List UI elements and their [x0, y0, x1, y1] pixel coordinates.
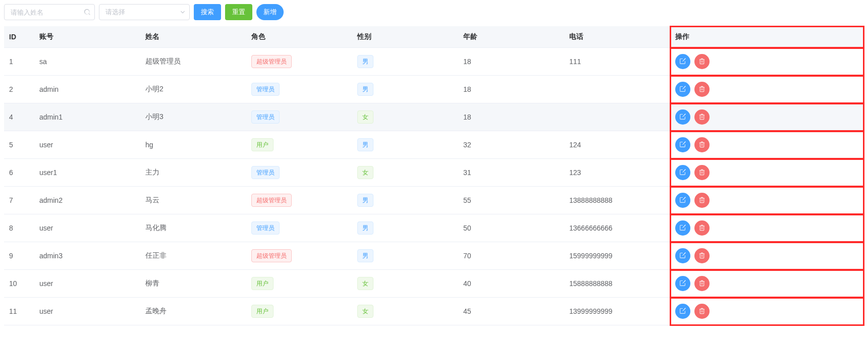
search-button[interactable]: 搜索	[194, 4, 221, 20]
cell-op	[670, 270, 864, 298]
name-input[interactable]	[4, 4, 95, 20]
cell-sex: 男	[352, 242, 458, 270]
cell-sex: 女	[352, 298, 458, 325]
cell-account: user1	[34, 159, 140, 187]
delete-button[interactable]	[694, 109, 710, 125]
role-tag: 超级管理员	[251, 194, 292, 207]
edit-icon	[679, 168, 686, 177]
cell-age: 18	[458, 103, 564, 131]
role-select-wrap: 请选择	[99, 4, 190, 20]
cell-sex: 男	[352, 187, 458, 214]
edit-button[interactable]	[675, 220, 690, 236]
delete-button[interactable]	[694, 137, 710, 152]
edit-button[interactable]	[675, 276, 690, 291]
role-select-placeholder: 请选择	[105, 8, 125, 17]
edit-button[interactable]	[675, 109, 690, 125]
role-tag: 管理员	[251, 221, 280, 235]
cell-role: 管理员	[246, 159, 352, 187]
table-row: 9admin3任正非超级管理员男7015999999999	[4, 242, 864, 270]
cell-phone	[564, 76, 670, 103]
cell-name: 任正非	[140, 242, 246, 270]
sex-tag: 女	[357, 277, 373, 290]
edit-button[interactable]	[675, 304, 690, 319]
sex-tag: 男	[357, 249, 373, 262]
cell-op	[670, 48, 864, 76]
table-row: 4admin1小明3管理员女18	[4, 103, 864, 131]
cell-role: 管理员	[246, 214, 352, 242]
cell-role: 管理员	[246, 103, 352, 131]
delete-button[interactable]	[694, 220, 710, 236]
trash-icon	[698, 252, 706, 260]
cell-phone: 15888888888	[564, 270, 670, 298]
cell-name: 小明2	[140, 76, 246, 103]
cell-name: 马云	[140, 187, 246, 214]
cell-id: 9	[4, 242, 34, 270]
cell-id: 7	[4, 187, 34, 214]
edit-button[interactable]	[675, 193, 690, 208]
cell-account: user	[34, 270, 140, 298]
edit-button[interactable]	[675, 82, 690, 97]
sex-tag: 男	[357, 83, 373, 96]
table-row: 5userhg用户男32124	[4, 131, 864, 159]
chevron-down-icon	[180, 9, 186, 15]
cell-op	[670, 159, 864, 187]
table-row: 6user1主力管理员女31123	[4, 159, 864, 187]
sex-tag: 女	[357, 305, 373, 318]
cell-name: 柳青	[140, 270, 246, 298]
delete-button[interactable]	[694, 193, 710, 208]
delete-button[interactable]	[694, 276, 710, 291]
delete-button[interactable]	[694, 54, 710, 69]
role-tag: 管理员	[251, 83, 280, 96]
cell-phone: 124	[564, 131, 670, 159]
cell-account: sa	[34, 48, 140, 76]
cell-role: 超级管理员	[246, 187, 352, 214]
table-header-row: ID 账号 姓名 角色 性别 年龄 电话 操作	[4, 26, 864, 48]
cell-phone: 13666666666	[564, 214, 670, 242]
search-icon[interactable]	[84, 9, 91, 16]
edit-button[interactable]	[675, 137, 690, 152]
cell-role: 用户	[246, 270, 352, 298]
table-row: 10user柳青用户女4015888888888	[4, 270, 864, 298]
cell-name: hg	[140, 131, 246, 159]
cell-age: 18	[458, 48, 564, 76]
cell-account: admin2	[34, 187, 140, 214]
edit-button[interactable]	[675, 165, 690, 180]
trash-icon	[698, 113, 706, 122]
table-row: 1sa超级管理员超级管理员男18111	[4, 48, 864, 76]
add-button[interactable]: 新增	[256, 4, 284, 20]
cell-age: 70	[458, 242, 564, 270]
delete-button[interactable]	[694, 82, 710, 97]
table-row: 7admin2马云超级管理员男5513888888888	[4, 187, 864, 214]
role-select[interactable]: 请选择	[99, 4, 190, 20]
cell-sex: 男	[352, 48, 458, 76]
delete-button[interactable]	[694, 304, 710, 319]
cell-name: 主力	[140, 159, 246, 187]
sex-tag: 女	[357, 110, 373, 124]
role-tag: 用户	[251, 138, 274, 151]
cell-account: user	[34, 214, 140, 242]
table-row: 8user马化腾管理员男5013666666666	[4, 214, 864, 242]
reset-button[interactable]: 重置	[225, 4, 252, 20]
delete-button[interactable]	[694, 248, 710, 263]
cell-role: 超级管理员	[246, 48, 352, 76]
delete-button[interactable]	[694, 165, 710, 180]
edit-button[interactable]	[675, 54, 690, 69]
edit-button[interactable]	[675, 248, 690, 263]
trash-icon	[698, 168, 706, 177]
col-account: 账号	[34, 26, 140, 48]
edit-icon	[679, 279, 686, 288]
cell-id: 6	[4, 159, 34, 187]
cell-age: 50	[458, 214, 564, 242]
edit-icon	[679, 85, 686, 94]
cell-op	[670, 214, 864, 242]
cell-account: user	[34, 131, 140, 159]
cell-name: 孟晚舟	[140, 298, 246, 325]
edit-icon	[679, 196, 686, 205]
cell-account: admin1	[34, 103, 140, 131]
cell-sex: 女	[352, 159, 458, 187]
cell-op	[670, 187, 864, 214]
cell-sex: 女	[352, 270, 458, 298]
trash-icon	[698, 224, 706, 233]
cell-id: 2	[4, 76, 34, 103]
cell-phone: 123	[564, 159, 670, 187]
